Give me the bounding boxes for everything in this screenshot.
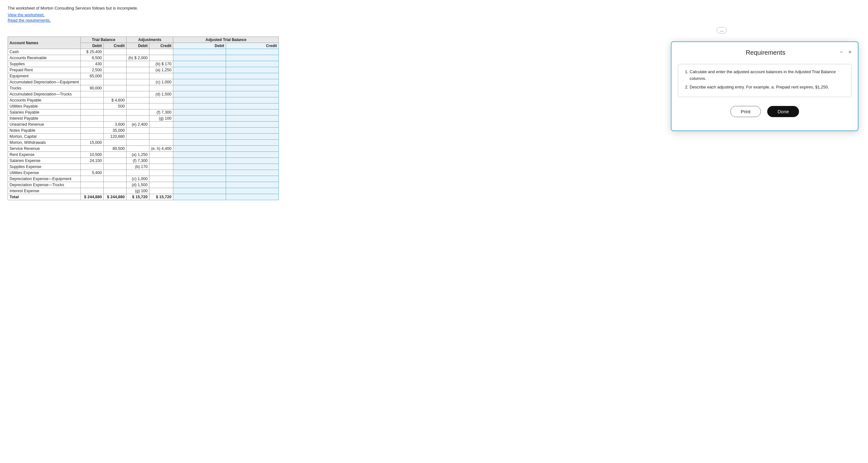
atb-credit-input[interactable] [228,62,277,66]
atb-credit-cell[interactable] [226,176,279,182]
modal-close-button[interactable]: × [847,49,853,56]
expand-button[interactable]: ... [717,27,727,33]
atb-debit-input[interactable] [175,68,224,72]
atb-credit-input[interactable] [228,171,277,175]
atb-credit-cell[interactable] [226,170,279,176]
atb-debit-input[interactable] [175,171,224,175]
atb-credit-input[interactable] [228,56,277,60]
atb-debit-cell[interactable] [173,146,226,152]
atb-credit-input[interactable] [228,165,277,169]
atb-credit-input[interactable] [228,189,277,193]
atb-credit-cell[interactable] [226,61,279,67]
atb-credit-input[interactable] [228,177,277,181]
atb-debit-input[interactable] [175,134,224,139]
atb-debit-cell[interactable] [173,116,226,121]
atb-credit-input[interactable] [228,122,277,127]
atb-credit-cell[interactable] [226,67,279,73]
atb-debit-input[interactable] [175,50,224,54]
atb-debit-cell[interactable] [173,49,226,55]
atb-debit-input[interactable] [175,56,224,60]
total-atb-credit[interactable] [226,194,279,200]
atb-credit-input[interactable] [228,92,277,96]
atb-debit-cell[interactable] [173,188,226,194]
atb-credit-cell[interactable] [226,91,279,97]
atb-debit-cell[interactable] [173,110,226,116]
atb-debit-input[interactable] [175,183,224,187]
total-atb-debit[interactable] [173,194,226,200]
atb-credit-cell[interactable] [226,97,279,104]
atb-debit-cell[interactable] [173,140,226,146]
atb-credit-cell[interactable] [226,146,279,152]
atb-debit-cell[interactable] [173,176,226,182]
atb-credit-input[interactable] [228,86,277,90]
atb-credit-cell[interactable] [226,49,279,55]
atb-debit-cell[interactable] [173,85,226,91]
atb-debit-cell[interactable] [173,73,226,79]
atb-debit-cell[interactable] [173,170,226,176]
atb-credit-cell[interactable] [226,140,279,146]
atb-credit-cell[interactable] [226,79,279,85]
atb-debit-input[interactable] [175,128,224,133]
atb-credit-cell[interactable] [226,152,279,158]
atb-debit-cell[interactable] [173,127,226,134]
atb-credit-cell[interactable] [226,85,279,91]
atb-debit-cell[interactable] [173,61,226,67]
atb-credit-cell[interactable] [226,73,279,79]
atb-debit-input[interactable] [175,152,224,157]
atb-debit-cell[interactable] [173,164,226,170]
atb-debit-cell[interactable] [173,182,226,188]
atb-debit-input[interactable] [175,110,224,115]
atb-credit-input[interactable] [228,74,277,78]
atb-debit-input[interactable] [175,165,224,169]
atb-credit-input[interactable] [228,68,277,72]
atb-debit-cell[interactable] [173,91,226,97]
atb-credit-input[interactable] [228,152,277,157]
atb-debit-input[interactable] [175,98,224,103]
print-button[interactable]: Print [730,106,761,117]
atb-debit-cell[interactable] [173,67,226,73]
atb-debit-input[interactable] [175,80,224,84]
atb-debit-input[interactable] [175,116,224,121]
atb-credit-input[interactable] [228,116,277,121]
atb-debit-cell[interactable] [173,158,226,164]
total-atb-debit-input[interactable] [175,195,224,199]
atb-credit-input[interactable] [228,50,277,54]
view-worksheet-link[interactable]: View the worksheet. [8,12,860,17]
atb-credit-input[interactable] [228,128,277,133]
atb-credit-cell[interactable] [226,188,279,194]
atb-debit-input[interactable] [175,158,224,163]
atb-credit-input[interactable] [228,98,277,103]
atb-credit-input[interactable] [228,134,277,139]
atb-debit-input[interactable] [175,62,224,66]
atb-credit-cell[interactable] [226,164,279,170]
atb-debit-input[interactable] [175,146,224,151]
atb-debit-input[interactable] [175,104,224,109]
atb-credit-cell[interactable] [226,134,279,140]
atb-debit-cell[interactable] [173,55,226,61]
done-button[interactable]: Done [767,106,799,117]
atb-credit-input[interactable] [228,104,277,109]
atb-debit-cell[interactable] [173,97,226,104]
atb-credit-input[interactable] [228,140,277,145]
atb-debit-input[interactable] [175,74,224,78]
atb-credit-cell[interactable] [226,182,279,188]
atb-debit-input[interactable] [175,189,224,193]
atb-credit-cell[interactable] [226,127,279,134]
atb-credit-input[interactable] [228,183,277,187]
atb-debit-input[interactable] [175,177,224,181]
atb-credit-cell[interactable] [226,158,279,164]
atb-credit-cell[interactable] [226,116,279,121]
atb-credit-cell[interactable] [226,104,279,110]
atb-credit-cell[interactable] [226,110,279,116]
atb-credit-input[interactable] [228,80,277,84]
total-atb-credit-input[interactable] [228,195,277,199]
atb-debit-input[interactable] [175,122,224,127]
atb-debit-cell[interactable] [173,134,226,140]
atb-debit-cell[interactable] [173,104,226,110]
atb-credit-input[interactable] [228,146,277,151]
atb-debit-input[interactable] [175,92,224,96]
atb-credit-cell[interactable] [226,55,279,61]
atb-debit-input[interactable] [175,140,224,145]
atb-debit-cell[interactable] [173,79,226,85]
atb-debit-cell[interactable] [173,121,226,127]
